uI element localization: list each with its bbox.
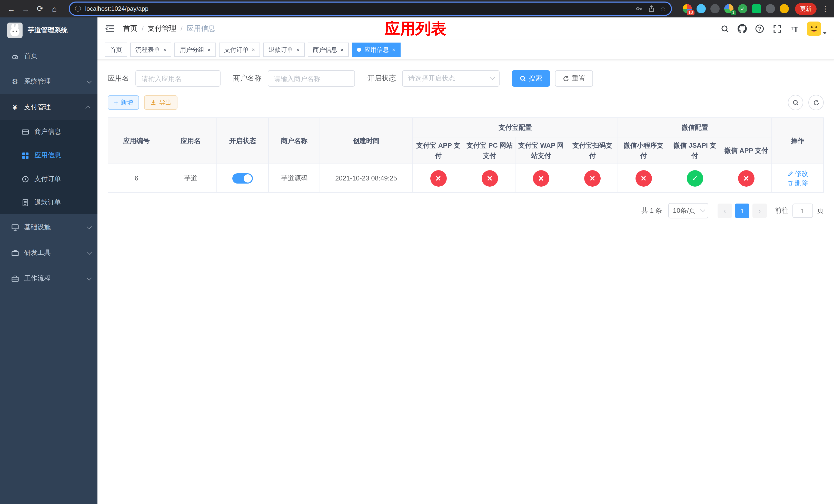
search-button[interactable]: 搜索 bbox=[512, 70, 550, 87]
trash-icon bbox=[787, 180, 793, 186]
extension-icon-8[interactable] bbox=[780, 4, 789, 13]
sidebar-item-home[interactable]: 首页 bbox=[0, 43, 97, 69]
close-icon[interactable]: × bbox=[296, 47, 300, 52]
tags-view-bar: 首页 流程表单× 用户分组× 支付订单× 退款订单× 商户信息× 应用信息× bbox=[97, 40, 834, 60]
sidebar-item-app-info[interactable]: 应用信息 bbox=[0, 143, 97, 167]
reset-button[interactable]: 重置 bbox=[555, 70, 593, 87]
toggle-search-button[interactable] bbox=[788, 95, 803, 110]
help-icon[interactable]: ? bbox=[754, 24, 765, 34]
chevron-down-icon bbox=[87, 249, 92, 255]
sidebar-item-merchant-info[interactable]: 商户信息 bbox=[0, 120, 97, 143]
tab-refund-order[interactable]: 退款订单× bbox=[263, 43, 305, 57]
extension-puzzle-icon[interactable] bbox=[766, 4, 775, 13]
prev-page-button[interactable]: ‹ bbox=[718, 204, 732, 218]
extension-icon-1[interactable]: 10 bbox=[683, 4, 692, 13]
cell-app-name: 芋道 bbox=[165, 164, 216, 192]
page-size-select[interactable]: 10条/页 bbox=[668, 203, 708, 219]
tab-user-group[interactable]: 用户分组× bbox=[175, 43, 216, 57]
browser-update-button[interactable]: 更新 bbox=[795, 3, 816, 15]
breadcrumb-section[interactable]: 支付管理 bbox=[148, 24, 176, 33]
tab-pay-order[interactable]: 支付订单× bbox=[219, 43, 260, 57]
sidebar-logo[interactable]: 芋道管理系统 bbox=[0, 18, 97, 43]
sidebar-item-refund-order[interactable]: 退款订单 bbox=[0, 191, 97, 214]
merchant-name-input[interactable] bbox=[268, 70, 355, 87]
breadcrumb-home[interactable]: 首页 bbox=[123, 24, 137, 33]
extension-icon-5[interactable]: ✓ bbox=[738, 4, 747, 13]
close-icon[interactable]: × bbox=[392, 47, 395, 52]
wechat-app-pay-status-icon bbox=[738, 170, 754, 186]
tab-process-form[interactable]: 流程表单× bbox=[130, 43, 172, 57]
add-button[interactable]: + 新增 bbox=[108, 95, 139, 110]
site-info-icon[interactable]: ⓘ bbox=[75, 4, 81, 13]
alipay-wap-pay-status-icon bbox=[533, 170, 549, 186]
browser-home-button[interactable]: ⌂ bbox=[48, 3, 61, 15]
browser-menu-icon[interactable]: ⋮ bbox=[822, 5, 829, 13]
extension-icon-6[interactable] bbox=[752, 4, 761, 13]
grid-icon bbox=[21, 151, 30, 159]
fullscreen-icon[interactable] bbox=[772, 24, 782, 34]
extension-icon-2[interactable] bbox=[697, 4, 706, 13]
download-icon bbox=[150, 99, 156, 106]
top-navbar: 首页 / 支付管理 / 应用信息 应用列表 ? bbox=[97, 18, 834, 40]
github-icon[interactable] bbox=[737, 24, 747, 34]
main-area: 首页 / 支付管理 / 应用信息 应用列表 ? bbox=[97, 18, 834, 504]
edit-link[interactable]: 修改 bbox=[787, 169, 808, 178]
close-icon[interactable]: × bbox=[252, 47, 255, 52]
refresh-table-button[interactable] bbox=[808, 95, 824, 110]
next-page-button[interactable]: › bbox=[752, 204, 767, 218]
sidebar-item-infra[interactable]: 基础设施 bbox=[0, 214, 97, 240]
sidebar-item-system[interactable]: ⚙ 系统管理 bbox=[0, 69, 97, 94]
cell-merchant-name: 芋道源码 bbox=[269, 164, 320, 192]
tab-app-info[interactable]: 应用信息× bbox=[352, 43, 400, 57]
tab-label: 流程表单 bbox=[135, 45, 160, 54]
delete-link[interactable]: 删除 bbox=[787, 178, 808, 187]
chevron-down-icon bbox=[87, 224, 92, 229]
merchant-name-label: 商户名称 bbox=[233, 74, 262, 83]
font-size-icon[interactable]: TT bbox=[789, 24, 799, 34]
user-menu[interactable] bbox=[807, 22, 827, 36]
status-select[interactable]: 请选择开启状态 bbox=[402, 70, 500, 87]
plus-icon: + bbox=[114, 98, 118, 107]
sidebar-item-label: 系统管理 bbox=[24, 77, 87, 86]
status-label: 开启状态 bbox=[367, 74, 396, 83]
share-icon[interactable] bbox=[648, 5, 655, 12]
browser-back-button[interactable]: ← bbox=[5, 3, 18, 15]
export-button[interactable]: 导出 bbox=[144, 95, 177, 110]
url-text: localhost:1024/pay/app bbox=[85, 5, 630, 12]
password-key-icon[interactable] bbox=[636, 5, 643, 12]
logo-rabbit-icon bbox=[7, 23, 23, 38]
search-icon bbox=[520, 75, 526, 82]
close-icon[interactable]: × bbox=[163, 47, 167, 52]
browser-forward-button[interactable]: → bbox=[20, 3, 32, 15]
sidebar-item-label: 支付订单 bbox=[35, 174, 90, 184]
browser-reload-button[interactable]: ⟳ bbox=[34, 3, 46, 15]
table-row: 6 芋道 芋道源码 2021-10-23 08:49:25 bbox=[108, 164, 824, 192]
tab-home[interactable]: 首页 bbox=[105, 43, 127, 57]
app-name-input[interactable] bbox=[135, 70, 221, 87]
status-toggle[interactable] bbox=[232, 173, 253, 183]
address-bar[interactable]: ⓘ localhost:1024/pay/app ☆ bbox=[69, 2, 672, 16]
search-icon[interactable] bbox=[720, 24, 730, 34]
close-icon[interactable]: × bbox=[341, 47, 344, 52]
goto-unit: 页 bbox=[817, 206, 824, 215]
tab-merchant-info[interactable]: 商户信息× bbox=[308, 43, 349, 57]
extension-icon-4[interactable]: 1 bbox=[724, 4, 733, 13]
goto-page-input[interactable] bbox=[792, 204, 813, 218]
sidebar-item-payment[interactable]: ¥ 支付管理 bbox=[0, 94, 97, 120]
col-header-merchant: 商户名称 bbox=[269, 118, 320, 164]
extension-icon-3[interactable] bbox=[710, 4, 720, 13]
gear-icon: ⚙ bbox=[10, 77, 20, 86]
goto-label: 前往 bbox=[775, 206, 788, 215]
avatar bbox=[807, 22, 821, 36]
sidebar-item-pay-order[interactable]: 支付订单 bbox=[0, 167, 97, 191]
sidebar-toggle-icon[interactable] bbox=[105, 24, 115, 34]
page-1-button[interactable]: 1 bbox=[735, 204, 749, 218]
pagination: 共 1 条 10条/页 ‹ 1 › 前往 页 bbox=[108, 203, 824, 219]
add-button-label: 新增 bbox=[120, 98, 133, 107]
close-icon[interactable]: × bbox=[207, 47, 211, 52]
toolbox-icon bbox=[10, 249, 20, 257]
sidebar-item-devtools[interactable]: 研发工具 bbox=[0, 240, 97, 266]
chevron-down-icon bbox=[823, 32, 827, 35]
bookmark-star-icon[interactable]: ☆ bbox=[660, 5, 666, 12]
sidebar-item-workflow[interactable]: 工作流程 bbox=[0, 266, 97, 291]
